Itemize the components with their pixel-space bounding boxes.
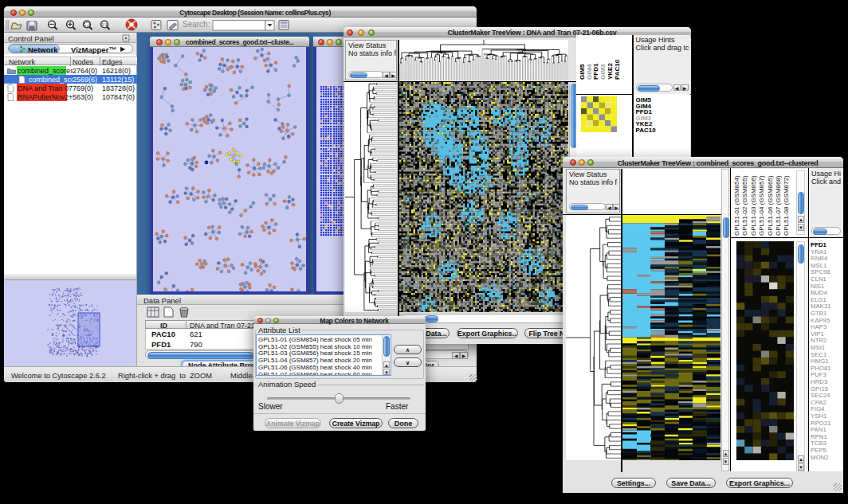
svg-text:1:1: 1:1 — [102, 22, 108, 27]
svg-text:Search:: Search: — [183, 20, 210, 29]
